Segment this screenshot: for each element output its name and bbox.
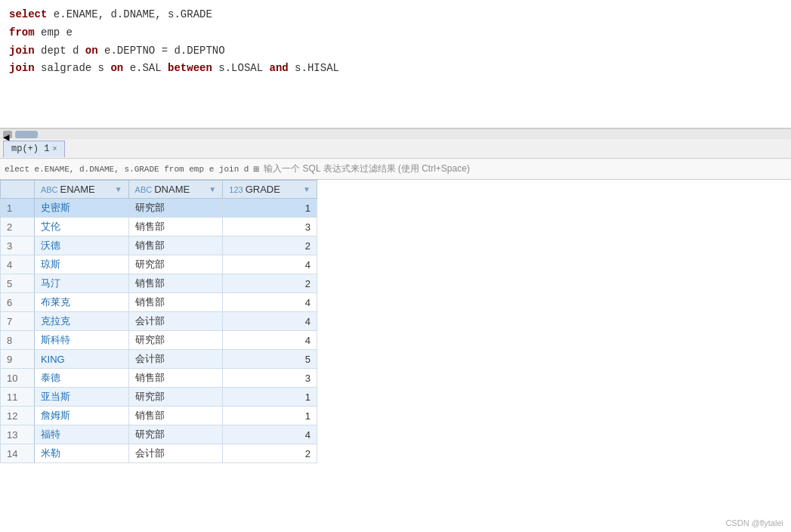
sql-text: salgrade s (35, 60, 111, 78)
col-header-dname[interactable]: ABCDNAME▼ (128, 181, 223, 199)
table-row[interactable]: 6布莱克销售部4 (1, 293, 317, 312)
sql-keyword: select (9, 6, 47, 24)
cell-grade: 2 (223, 444, 317, 463)
sort-icon[interactable]: ▼ (303, 185, 311, 193)
row-number: 12 (1, 407, 35, 425)
row-number: 3 (1, 237, 35, 255)
row-number: 1 (1, 199, 35, 218)
table-row[interactable]: 11亚当斯研究部1 (1, 388, 317, 407)
result-tab[interactable]: mp(+) 1 × (3, 141, 65, 157)
filter-sql-preview: elect e.ENAME, d.DNAME, s.GRADE from emp… (5, 165, 249, 174)
cell-grade: 4 (223, 312, 317, 331)
scroll-thumb[interactable] (15, 131, 38, 138)
table-row[interactable]: 4琼斯研究部4 (1, 255, 317, 274)
sql-keyword: join (9, 60, 35, 78)
sql-keyword: join (9, 42, 35, 60)
cell-dname: 研究部 (128, 255, 223, 274)
row-number: 11 (1, 388, 35, 407)
col-header-rownum (1, 181, 35, 199)
page-wrapper: select e.ENAME, d.DNAME, s.GRADEfrom emp… (0, 0, 791, 532)
sql-keyword-bold: and (270, 60, 289, 78)
sql-keyword: on (85, 42, 98, 60)
cell-grade: 4 (223, 331, 317, 350)
cell-ename: 福特 (34, 425, 128, 444)
cell-grade: 2 (223, 274, 317, 293)
cell-dname: 会计部 (128, 444, 223, 463)
row-number: 9 (1, 350, 35, 369)
cell-dname: 研究部 (128, 388, 223, 407)
filter-placeholder[interactable]: 输入一个 SQL 表达式来过滤结果 (使用 Ctrl+Space) (264, 162, 470, 175)
row-number: 5 (1, 274, 35, 293)
table-row[interactable]: 2艾伦销售部3 (1, 218, 317, 237)
table-row[interactable]: 7克拉克会计部4 (1, 312, 317, 331)
table-row[interactable]: 1史密斯研究部1 (1, 199, 317, 218)
cell-grade: 4 (223, 293, 317, 312)
table-header-row: ABCENAME▼ABCDNAME▼123GRADE▼ (1, 181, 317, 199)
col-header-grade[interactable]: 123GRADE▼ (223, 181, 317, 199)
filter-expand-icon[interactable]: ⊞ (253, 163, 259, 175)
sql-line: from emp e (9, 24, 782, 42)
col-type-label: 123 (229, 185, 243, 194)
table-row[interactable]: 13福特研究部4 (1, 425, 317, 444)
sql-text: e.DEPTNO = d.DEPTNO (98, 42, 225, 60)
sql-text: s.LOSAL (212, 60, 270, 78)
cell-dname: 销售部 (128, 218, 223, 237)
cell-ename: 马汀 (34, 274, 128, 293)
cell-ename: 詹姆斯 (34, 407, 128, 425)
tab-label: mp(+) 1 (11, 144, 49, 154)
sql-keyword-bold: between (168, 60, 212, 78)
table-row[interactable]: 5马汀销售部2 (1, 274, 317, 293)
data-table-container[interactable]: ABCENAME▼ABCDNAME▼123GRADE▼ 1史密斯研究部12艾伦销… (0, 180, 791, 532)
cell-dname: 研究部 (128, 425, 223, 444)
row-number: 6 (1, 293, 35, 312)
cell-grade: 1 (223, 199, 317, 218)
row-number: 14 (1, 444, 35, 463)
sort-icon[interactable]: ▼ (115, 185, 122, 193)
tab-close-icon[interactable]: × (52, 145, 57, 153)
cell-grade: 3 (223, 369, 317, 388)
table-row[interactable]: 10泰德销售部3 (1, 369, 317, 388)
filter-bar: elect e.ENAME, d.DNAME, s.GRADE from emp… (0, 159, 791, 180)
cell-grade: 4 (223, 425, 317, 444)
sql-keyword: from (9, 24, 35, 42)
cell-ename: 布莱克 (34, 293, 128, 312)
scroll-left-btn[interactable]: ◀ (3, 131, 12, 138)
cell-ename: 艾伦 (34, 218, 128, 237)
sql-keyword: on (110, 60, 123, 78)
result-table: ABCENAME▼ABCDNAME▼123GRADE▼ 1史密斯研究部12艾伦销… (0, 180, 317, 463)
filter-input-area: 输入一个 SQL 表达式来过滤结果 (使用 Ctrl+Space) (264, 162, 786, 175)
sql-editor[interactable]: select e.ENAME, d.DNAME, s.GRADEfrom emp… (0, 0, 791, 128)
cell-grade: 3 (223, 218, 317, 237)
cell-dname: 研究部 (128, 331, 223, 350)
cell-grade: 1 (223, 407, 317, 425)
col-name-label: GRADE (246, 184, 280, 195)
cell-ename: 亚当斯 (34, 388, 128, 407)
sql-text: e.ENAME, d.DNAME, s.GRADE (47, 6, 212, 24)
cell-grade: 4 (223, 255, 317, 274)
row-number: 10 (1, 369, 35, 388)
cell-ename: 史密斯 (34, 199, 128, 218)
sort-icon[interactable]: ▼ (209, 185, 216, 193)
table-row[interactable]: 8斯科特研究部4 (1, 331, 317, 350)
row-number: 8 (1, 331, 35, 350)
cell-grade: 2 (223, 237, 317, 255)
cell-ename: 琼斯 (34, 255, 128, 274)
sql-text: e.SAL (123, 60, 168, 78)
sql-editor-wrapper: select e.ENAME, d.DNAME, s.GRADEfrom emp… (0, 0, 791, 139)
col-name-label: DNAME (154, 184, 190, 195)
cell-dname: 销售部 (128, 293, 223, 312)
col-name-label: ENAME (60, 184, 95, 195)
cell-ename: 米勒 (34, 444, 128, 463)
table-row[interactable]: 9KING会计部5 (1, 350, 317, 369)
sql-line: join dept d on e.DEPTNO = d.DEPTNO (9, 42, 782, 60)
table-row[interactable]: 12詹姆斯销售部1 (1, 407, 317, 425)
cell-dname: 销售部 (128, 369, 223, 388)
table-row[interactable]: 3沃德销售部2 (1, 237, 317, 255)
cell-dname: 销售部 (128, 237, 223, 255)
watermark: CSDN @flytalei (725, 518, 783, 527)
table-row[interactable]: 14米勒会计部2 (1, 444, 317, 463)
horizontal-scrollbar[interactable]: ◀ (0, 128, 791, 139)
row-number: 4 (1, 255, 35, 274)
col-header-ename[interactable]: ABCENAME▼ (34, 181, 128, 199)
cell-grade: 1 (223, 388, 317, 407)
